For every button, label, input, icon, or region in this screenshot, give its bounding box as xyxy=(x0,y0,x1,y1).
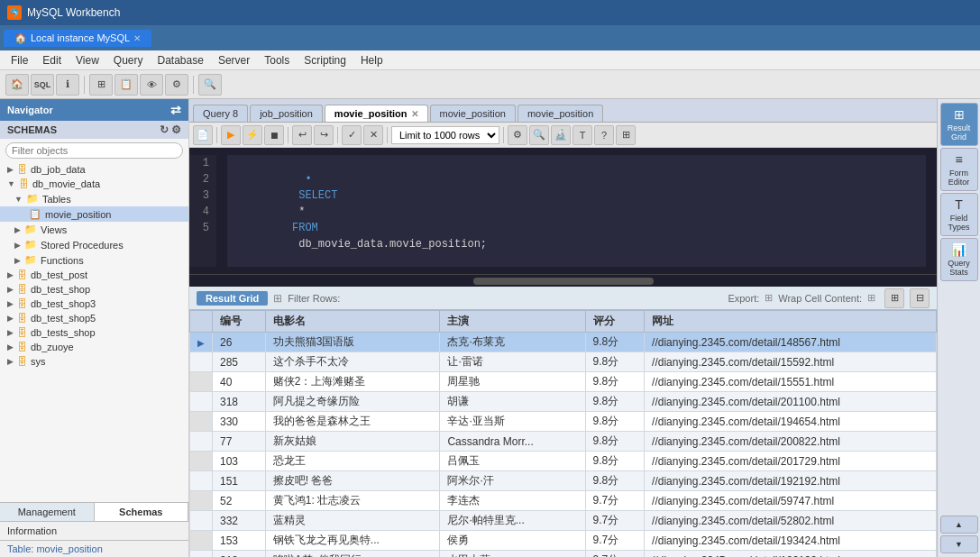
nav-item-db-tests-shop[interactable]: ▶ 🗄 db_tests_shop xyxy=(0,325,188,340)
result-collapse-btn[interactable]: ⊟ xyxy=(910,288,930,308)
query-tab-1[interactable]: job_position xyxy=(250,105,323,122)
table-cell: 9.8分 xyxy=(585,452,645,471)
menu-query[interactable]: Query xyxy=(106,52,151,68)
result-grid-tab[interactable]: Result Grid xyxy=(197,291,268,306)
nav-item-db-zuoye[interactable]: ▶ 🗄 db_zuoye xyxy=(0,340,188,354)
nav-item-db-job-data[interactable]: ▶ 🗄 db_job_data xyxy=(0,162,188,177)
nav-item-views[interactable]: ▶ 📁 Views xyxy=(0,222,188,237)
sql-zoom-in-btn[interactable]: T xyxy=(572,125,592,145)
query-tab-0[interactable]: Query 8 xyxy=(193,105,248,122)
table-row[interactable]: 77新灰姑娘Cassandra Morr...9.8分//dianying.23… xyxy=(190,432,937,452)
query-tab-2[interactable]: movie_position ✕ xyxy=(325,105,428,122)
sql-help-btn[interactable]: ? xyxy=(594,125,614,145)
menu-edit[interactable]: Edit xyxy=(35,52,69,68)
table-row[interactable]: 151擦皮吧! 爸爸阿米尔·汗9.8分//dianying.2345.com/d… xyxy=(190,471,937,491)
nav-label: Views xyxy=(41,224,67,235)
table-row[interactable]: 153钢铁飞龙之再见奥特...侯勇9.7分//dianying.2345.com… xyxy=(190,531,937,551)
nav-item-db-test-post[interactable]: ▶ 🗄 db_test_post xyxy=(0,268,188,282)
row-marker-cell xyxy=(190,471,213,491)
toolbar-info-btn[interactable]: ℹ xyxy=(56,74,79,96)
table-row[interactable]: 318阿凡提之奇缘历险胡谦9.8分//dianying.2345.com/det… xyxy=(190,392,937,412)
sql-rollback-btn[interactable]: ✕ xyxy=(363,125,383,145)
toolbar-table-btn[interactable]: ⊞ xyxy=(89,74,113,96)
nav-item-tables[interactable]: ▼ 📁 Tables xyxy=(0,191,188,206)
sql-editor[interactable]: 1 2 3 4 5 • SELECT * FROM db_movie_data.… xyxy=(189,148,937,274)
table-row[interactable]: 40赌侠2：上海滩赌圣周星驰9.8分//dianying.2345.com/de… xyxy=(190,372,937,392)
nav-info-section: Information xyxy=(0,521,188,540)
menu-server[interactable]: Server xyxy=(211,52,257,68)
nav-item-db-test-shop[interactable]: ▶ 🗄 db_test_shop xyxy=(0,282,188,297)
row-marker-cell xyxy=(190,392,213,412)
toolbar-search-btn[interactable]: 🔍 xyxy=(198,74,222,96)
navigator-toggle-btn[interactable]: ⇄ xyxy=(170,103,181,117)
schemas-refresh-btn[interactable]: ↻ ⚙ xyxy=(160,123,181,136)
nav-item-db-movie-data[interactable]: ▼ 🗄 db_movie_data xyxy=(0,177,188,191)
sql-zoom-out-btn[interactable]: 🔬 xyxy=(551,125,571,145)
schemas-label: SCHEMAS xyxy=(7,124,57,135)
sql-new-btn[interactable]: 📄 xyxy=(193,125,213,145)
sql-forward-btn[interactable]: ↪ xyxy=(314,125,334,145)
table-row[interactable]: 330我的爸爸是森林之王辛达·亚当斯9.8分//dianying.2345.co… xyxy=(190,412,937,432)
menu-scripting[interactable]: Scripting xyxy=(297,52,353,68)
right-scroll-down-btn[interactable]: ▼ xyxy=(940,535,978,553)
sql-stop-btn[interactable]: ⏹ xyxy=(264,125,284,145)
query-tab-4[interactable]: movie_position xyxy=(517,105,603,122)
sql-scroll-thumb[interactable] xyxy=(473,278,654,285)
nav-item-movie-position[interactable]: 📋 movie_position xyxy=(0,206,188,222)
menu-help[interactable]: Help xyxy=(353,52,390,68)
right-btn-query-stats[interactable]: 📊 Query Stats xyxy=(940,238,978,281)
menu-view[interactable]: View xyxy=(69,52,106,68)
nav-tab-management[interactable]: Management xyxy=(0,503,95,521)
right-scroll-up-btn[interactable]: ▲ xyxy=(940,516,978,534)
query-tab-label: movie_position xyxy=(527,108,593,119)
toolbar-proc-btn[interactable]: ⚙ xyxy=(165,74,188,96)
nav-tab-schemas[interactable]: Schemas xyxy=(95,503,189,521)
sql-back-btn[interactable]: ↩ xyxy=(292,125,312,145)
query-tab-3[interactable]: movie_position xyxy=(430,105,516,122)
sql-execute-all-btn[interactable]: ⚡ xyxy=(243,125,262,145)
menu-tools[interactable]: Tools xyxy=(257,52,297,68)
table-cell: 水田山葵 xyxy=(440,551,585,558)
table-row[interactable]: 218哆啦A梦: 伴我同行...水田山葵9.7分//dianying.2345.… xyxy=(190,551,937,558)
limit-select[interactable]: Limit to 1000 rows xyxy=(391,126,499,144)
menu-file[interactable]: File xyxy=(4,52,35,68)
sql-beautify-btn[interactable]: ⚙ xyxy=(508,125,527,145)
sql-execute-btn[interactable]: ▶ xyxy=(221,125,241,145)
table-row[interactable]: 52黄飞鸿1: 壮志凌云李连杰9.7分//dianying.2345.com/d… xyxy=(190,491,937,511)
table-row[interactable]: 103恐龙王吕佩玉9.8分//dianying.2345.com/detail/… xyxy=(190,452,937,471)
nav-item-db-test-shop3[interactable]: ▶ 🗄 db_test_shop3 xyxy=(0,297,188,311)
sql-find-btn[interactable]: 🔍 xyxy=(529,125,549,145)
nav-label: db_test_shop xyxy=(31,284,90,295)
query-tab-close-icon[interactable]: ✕ xyxy=(411,109,418,119)
right-btn-field-types[interactable]: T Field Types xyxy=(940,193,978,236)
code-text: FROM xyxy=(292,222,318,234)
table-row[interactable]: 285这个杀手不太冷让·雷诺9.8分//dianying.2345.com/de… xyxy=(190,352,937,372)
table-row[interactable]: ▶26功夫熊猫3国语版杰克·布莱克9.8分//dianying.2345.com… xyxy=(190,333,937,352)
code-content[interactable]: • SELECT * FROM db_movie_data.movie_posi… xyxy=(216,155,937,267)
app-icon: 🐬 xyxy=(7,5,22,20)
result-grid[interactable]: 编号 电影名 主演 评分 网址 ▶26功夫熊猫3国语版杰克·布莱克9.8分//d… xyxy=(189,310,937,557)
menu-database[interactable]: Database xyxy=(151,52,211,68)
filter-input[interactable] xyxy=(5,142,183,159)
toolbar-home-btn[interactable]: 🏠 xyxy=(5,74,29,96)
sql-settings-btn[interactable]: ⊞ xyxy=(616,125,636,145)
right-btn-result-grid[interactable]: ⊞ Result Grid xyxy=(940,103,978,146)
nav-item-functions[interactable]: ▶ 📁 Functions xyxy=(0,252,188,268)
right-btn-label: Form Editor xyxy=(943,169,975,187)
sql-commit-btn[interactable]: ✓ xyxy=(342,125,362,145)
instance-tab-close-icon[interactable]: ✕ xyxy=(133,33,141,43)
toolbar-sql-btn[interactable]: SQL xyxy=(31,74,54,96)
sql-keyword-span: • xyxy=(292,173,312,186)
toolbar-view-btn[interactable]: 👁 xyxy=(140,74,163,96)
nav-item-sys[interactable]: ▶ 🗄 sys xyxy=(0,354,188,369)
sql-toolbar-sep xyxy=(216,127,217,143)
nav-item-db-test-shop5[interactable]: ▶ 🗄 db_test_shop5 xyxy=(0,311,188,325)
table-row[interactable]: 332蓝精灵尼尔·帕特里克...9.7分//dianying.2345.com/… xyxy=(190,511,937,531)
sql-h-scrollbar[interactable] xyxy=(189,274,937,287)
navigator-header: Navigator ⇄ xyxy=(0,99,188,121)
instance-tab[interactable]: 🏠 Local instance MySQL ✕ xyxy=(4,30,151,47)
nav-item-stored-procedures[interactable]: ▶ 📁 Stored Procedures xyxy=(0,237,188,252)
right-btn-form-editor[interactable]: ≡ Form Editor xyxy=(940,148,978,191)
toolbar-schema-btn[interactable]: 📋 xyxy=(114,74,138,96)
result-expand-btn[interactable]: ⊞ xyxy=(884,288,904,308)
